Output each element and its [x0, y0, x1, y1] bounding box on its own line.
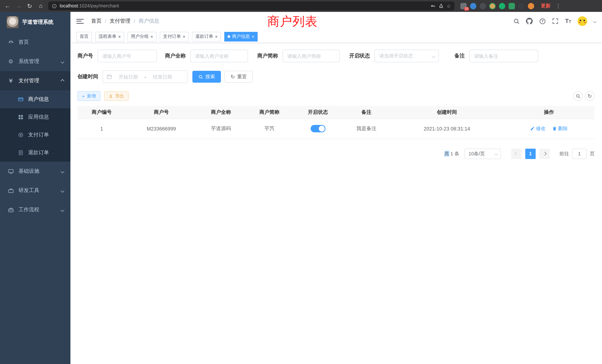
next-page-button[interactable] [539, 149, 550, 159]
merchant-no-label: 商户号 [77, 53, 93, 59]
breadcrumb-home[interactable]: 首页 [91, 18, 102, 24]
extension-avatar-icon[interactable] [489, 3, 496, 9]
help-icon[interactable]: ? [539, 18, 546, 24]
date-start-input[interactable] [114, 74, 142, 79]
reset-button[interactable]: ↻ 重置 [225, 71, 253, 83]
browser-forward-button[interactable]: → [15, 3, 22, 9]
chevron-down-icon [432, 54, 435, 58]
browser-update-button[interactable]: 更新 [541, 3, 550, 9]
breadcrumb-current: 商户信息 [139, 18, 159, 24]
extension-green-check-icon[interactable] [499, 3, 505, 9]
search-button[interactable]: 搜索 [192, 71, 221, 83]
avatar-caret-icon[interactable] [593, 19, 597, 23]
browser-extensions: 10 [460, 3, 534, 9]
refresh-table-button[interactable]: ↻ [585, 91, 595, 101]
chevron-down-icon [61, 208, 64, 212]
browser-home-button[interactable]: ⌂ [37, 3, 44, 9]
grid-icon [18, 115, 24, 120]
cell-remark: 我是备注 [342, 119, 391, 139]
browser-refresh-button[interactable]: ↻ [26, 2, 33, 10]
prev-page-button[interactable] [511, 149, 522, 159]
extension-profile-icon[interactable] [528, 3, 534, 9]
sidebar: 芋道管理系统 首页 ⚙ 系统管理 ￥ 支付管理 [0, 12, 70, 364]
sidebar-item-system[interactable]: ⚙ 系统管理 [0, 52, 70, 71]
sidebar-item-app-info[interactable]: 应用信息 [0, 108, 70, 126]
search-icon[interactable] [513, 18, 520, 24]
sidebar-item-devtools[interactable]: 研发工具 [0, 181, 70, 200]
page-number-button[interactable]: 1 [525, 149, 536, 159]
briefcase-icon [7, 207, 14, 213]
browser-back-button[interactable]: ← [4, 3, 11, 9]
user-avatar[interactable] [578, 16, 587, 26]
chevron-down-icon [61, 60, 64, 63]
page-size-select[interactable]: 10条/页 [464, 149, 501, 159]
trash-icon [552, 126, 557, 131]
create-time-range-picker[interactable]: - [103, 70, 188, 83]
full-name-label: 商户全称 [165, 53, 186, 59]
goto-page-input[interactable] [572, 149, 587, 159]
tab-process-form[interactable]: 流程表单× [95, 32, 124, 41]
close-icon[interactable]: × [183, 34, 185, 39]
sidebar-item-payment[interactable]: ￥ 支付管理 [0, 71, 70, 90]
toggle-search-button[interactable] [573, 91, 583, 101]
plus-icon: + [82, 93, 85, 99]
monitor-icon [7, 169, 14, 174]
merchant-no-input[interactable] [97, 50, 157, 62]
chevron-down-icon [61, 189, 64, 192]
close-icon[interactable]: × [252, 34, 254, 39]
export-button[interactable]: 导出 [104, 91, 129, 101]
credit-card-icon [18, 97, 24, 102]
close-icon[interactable]: × [215, 34, 218, 39]
extension-blue-icon[interactable] [470, 3, 476, 9]
col-header-merchant-no: 商户号 [126, 106, 197, 119]
close-icon[interactable]: × [150, 34, 153, 39]
col-header-actions: 操作 [503, 106, 595, 119]
status-label: 开启状态 [349, 53, 370, 59]
edit-link[interactable]: 修改 [530, 125, 546, 132]
extension-green-doc-icon[interactable] [509, 3, 515, 9]
extensions-puzzle-icon[interactable]: 10 [460, 3, 467, 9]
svg-text:?: ? [541, 19, 544, 23]
sidebar-item-merchant-info[interactable]: 商户信息 [0, 90, 70, 108]
breadcrumb-payment[interactable]: 支付管理 [110, 18, 130, 24]
address-bar[interactable]: localhost:1024/pay/merchant ☆ [48, 1, 454, 10]
tab-refund-order[interactable]: 退款订单× [192, 32, 221, 41]
key-icon[interactable] [430, 3, 436, 9]
tab-pay-order[interactable]: 支付订单× [160, 32, 189, 41]
status-toggle[interactable] [311, 125, 325, 132]
delete-link[interactable]: 删除 [552, 125, 568, 132]
status-select[interactable]: 请选择开启状态 [374, 50, 439, 62]
browser-chrome: ← → ↻ ⌂ localhost:1024/pay/merchant ☆ 10 [0, 0, 602, 12]
share-icon[interactable] [439, 3, 444, 9]
sidebar-item-workflow[interactable]: 工作流程 [0, 200, 70, 219]
browser-menu-icon[interactable]: ⋮ [556, 3, 561, 9]
extension-pin-icon[interactable] [518, 3, 525, 9]
screen: ← → ↻ ⌂ localhost:1024/pay/merchant ☆ 10 [0, 0, 602, 364]
chevron-down-icon [494, 152, 498, 156]
dashboard-icon [7, 40, 14, 45]
app-title: 芋道管理系统 [22, 19, 53, 26]
remark-input[interactable] [469, 50, 538, 62]
sidebar-logo[interactable]: 芋道管理系统 [0, 12, 70, 33]
sidebar-item-infra[interactable]: 基础设施 [0, 162, 70, 181]
tab-merchant-info[interactable]: 商户信息× [224, 32, 258, 41]
short-name-input[interactable] [282, 50, 340, 62]
fullscreen-icon[interactable] [552, 18, 559, 24]
sidebar-item-refund-order[interactable]: 退款订单 [0, 144, 70, 162]
github-icon[interactable] [526, 18, 533, 24]
tab-home[interactable]: 首页 [76, 32, 92, 41]
add-button[interactable]: + 新增 [77, 91, 100, 101]
extension-dark-icon[interactable] [480, 3, 486, 9]
font-size-icon[interactable]: TT [565, 18, 571, 24]
hamburger-menu-icon[interactable] [76, 19, 84, 23]
bookmark-star-icon[interactable]: ☆ [447, 3, 451, 9]
sidebar-item-pay-order[interactable]: 支付订单 [0, 126, 70, 144]
refresh-icon: ↻ [588, 93, 592, 99]
tab-user-group[interactable]: 用户分组× [128, 32, 156, 41]
close-icon[interactable]: × [118, 34, 121, 39]
sidebar-item-home[interactable]: 首页 [0, 33, 70, 52]
full-name-input[interactable] [190, 50, 248, 62]
gear-icon: ⚙ [7, 58, 14, 65]
info-icon[interactable] [52, 3, 57, 8]
date-end-input[interactable] [149, 74, 177, 79]
